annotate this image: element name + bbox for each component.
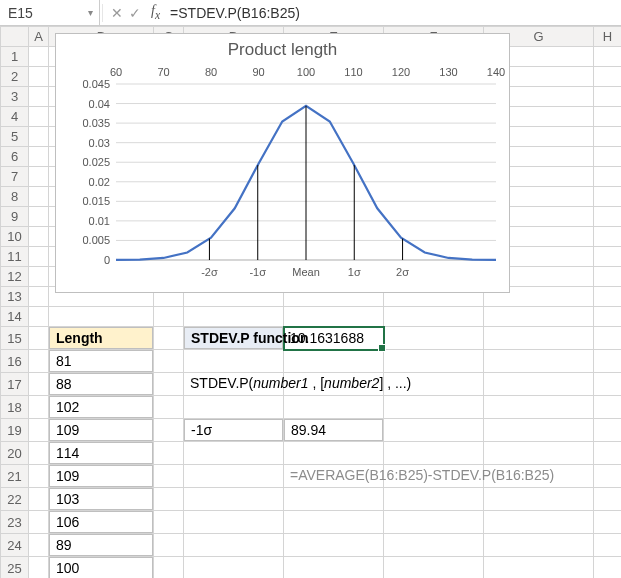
row-header[interactable]: 5 [1,127,29,147]
cell-H7[interactable] [594,167,622,187]
row-header[interactable]: 21 [1,465,29,488]
cell-G17[interactable] [484,373,594,396]
cell-F20[interactable] [384,442,484,465]
cell-G18[interactable] [484,396,594,419]
cell-B22[interactable]: 103 [49,488,154,511]
cell-B15[interactable]: Length [49,327,154,350]
spreadsheet-grid[interactable]: A B C D E F G H 123456789101112131415Len… [0,26,621,578]
cell-H13[interactable] [594,287,622,307]
cell-H25[interactable] [594,557,622,579]
fx-icon[interactable]: fx [147,3,164,22]
cell-D15[interactable]: STDEV.P function [184,327,284,350]
cell-A9[interactable] [29,207,49,227]
cell-F18[interactable] [384,396,484,419]
select-all-corner[interactable] [1,27,29,47]
cell-A11[interactable] [29,247,49,267]
cell-A15[interactable] [29,327,49,350]
cell-G25[interactable] [484,557,594,579]
row-header[interactable]: 14 [1,307,29,327]
cell-B18[interactable]: 102 [49,396,154,419]
cell-H17[interactable] [594,373,622,396]
cell-B25[interactable]: 100 [49,557,154,579]
cell-D16[interactable] [184,350,284,373]
cell-A3[interactable] [29,87,49,107]
cell-G24[interactable] [484,534,594,557]
cell-G20[interactable] [484,442,594,465]
cell-H24[interactable] [594,534,622,557]
row-header[interactable]: 2 [1,67,29,87]
cell-E14[interactable] [284,307,384,327]
row-header[interactable]: 12 [1,267,29,287]
row-header[interactable]: 22 [1,488,29,511]
cell-G22[interactable] [484,488,594,511]
cell-H11[interactable] [594,247,622,267]
cell-E24[interactable] [284,534,384,557]
cell-C15[interactable] [154,327,184,350]
row-header[interactable]: 20 [1,442,29,465]
row-header[interactable]: 15 [1,327,29,350]
cell-G16[interactable] [484,350,594,373]
cell-D24[interactable] [184,534,284,557]
cell-C23[interactable] [154,511,184,534]
col-header[interactable]: H [594,27,622,47]
cell-C21[interactable] [154,465,184,488]
cell-D22[interactable] [184,488,284,511]
row-header[interactable]: 9 [1,207,29,227]
cell-G23[interactable] [484,511,594,534]
cell-G19[interactable] [484,419,594,442]
cell-A20[interactable] [29,442,49,465]
cell-F19[interactable] [384,419,484,442]
cell-A2[interactable] [29,67,49,87]
cell-C16[interactable] [154,350,184,373]
cell-D19[interactable]: -1σ [184,419,284,442]
cell-A1[interactable] [29,47,49,67]
row-header[interactable]: 6 [1,147,29,167]
cell-H21[interactable] [594,465,622,488]
cell-H20[interactable] [594,442,622,465]
cell-B23[interactable]: 106 [49,511,154,534]
cell-A13[interactable] [29,287,49,307]
cell-F23[interactable] [384,511,484,534]
enter-icon[interactable]: ✓ [129,5,141,21]
cell-E19[interactable]: 89.94 [284,419,384,442]
cell-F14[interactable] [384,307,484,327]
row-header[interactable]: 24 [1,534,29,557]
cell-H5[interactable] [594,127,622,147]
cell-F25[interactable] [384,557,484,579]
chevron-down-icon[interactable]: ▾ [84,7,97,18]
cell-E18[interactable] [284,396,384,419]
cell-B19[interactable]: 109 [49,419,154,442]
cell-A25[interactable] [29,557,49,579]
row-header[interactable]: 3 [1,87,29,107]
row-header[interactable]: 11 [1,247,29,267]
cell-H8[interactable] [594,187,622,207]
cell-C17[interactable] [154,373,184,396]
cell-E25[interactable] [284,557,384,579]
cell-H2[interactable] [594,67,622,87]
cell-C22[interactable] [154,488,184,511]
cell-H19[interactable] [594,419,622,442]
cell-A7[interactable] [29,167,49,187]
cell-H23[interactable] [594,511,622,534]
cell-A6[interactable] [29,147,49,167]
formula-input[interactable]: =STDEV.P(B16:B25) [164,0,621,25]
cell-C24[interactable] [154,534,184,557]
row-header[interactable]: 8 [1,187,29,207]
cell-C25[interactable] [154,557,184,579]
row-header[interactable]: 10 [1,227,29,247]
cell-E20[interactable] [284,442,384,465]
cell-E16[interactable] [284,350,384,373]
cell-D18[interactable] [184,396,284,419]
cell-H1[interactable] [594,47,622,67]
cell-C19[interactable] [154,419,184,442]
cell-H9[interactable] [594,207,622,227]
cell-F15[interactable] [384,327,484,350]
cell-E23[interactable] [284,511,384,534]
cell-A19[interactable] [29,419,49,442]
cell-F16[interactable] [384,350,484,373]
cell-D25[interactable] [184,557,284,579]
cell-A16[interactable] [29,350,49,373]
row-header[interactable]: 25 [1,557,29,579]
cell-C14[interactable] [154,307,184,327]
cell-H16[interactable] [594,350,622,373]
